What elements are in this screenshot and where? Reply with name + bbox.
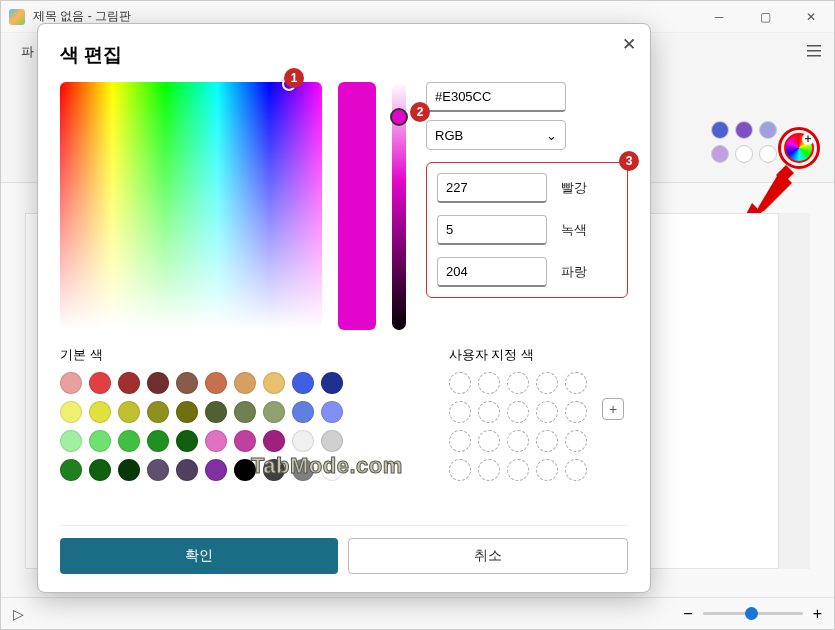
color-palette-preview [711, 121, 779, 165]
preview-swatch[interactable] [711, 121, 729, 139]
add-custom-color-button[interactable]: + [602, 398, 624, 420]
close-window-button[interactable]: ✕ [788, 1, 834, 33]
basic-color-swatch[interactable] [292, 430, 314, 452]
basic-color-swatch[interactable] [263, 372, 285, 394]
basic-color-swatch[interactable] [292, 401, 314, 423]
zoom-slider-thumb[interactable] [745, 607, 758, 620]
paint-app-icon [9, 9, 25, 25]
basic-color-swatch[interactable] [321, 430, 343, 452]
basic-color-swatch[interactable] [205, 372, 227, 394]
basic-color-swatch[interactable] [176, 430, 198, 452]
annotation-badge-3: 3 [619, 151, 639, 171]
basic-color-swatch[interactable] [147, 401, 169, 423]
basic-color-swatch[interactable] [89, 459, 111, 481]
custom-color-slot[interactable] [565, 372, 587, 394]
maximize-button[interactable]: ▢ [742, 1, 788, 33]
custom-color-slot[interactable] [565, 430, 587, 452]
custom-color-slot[interactable] [478, 459, 500, 481]
zoom-slider[interactable] [703, 612, 803, 615]
custom-color-slot[interactable] [449, 459, 471, 481]
basic-color-swatch[interactable] [234, 430, 256, 452]
ribbon-more-icon[interactable] [806, 43, 822, 63]
close-icon[interactable]: ✕ [622, 34, 636, 55]
basic-color-swatch[interactable] [147, 430, 169, 452]
basic-color-swatch[interactable] [147, 372, 169, 394]
zoom-in-button[interactable]: + [813, 605, 822, 623]
watermark: TabMode.com [251, 453, 403, 479]
custom-color-slot[interactable] [449, 372, 471, 394]
basic-color-swatch[interactable] [205, 401, 227, 423]
basic-color-swatch[interactable] [60, 430, 82, 452]
basic-color-swatch[interactable] [147, 459, 169, 481]
basic-color-swatch[interactable] [118, 372, 140, 394]
basic-color-swatch[interactable] [205, 459, 227, 481]
preview-swatch[interactable] [711, 145, 729, 163]
custom-color-slot[interactable] [536, 401, 558, 423]
zoom-control: − + [683, 605, 822, 623]
basic-color-swatch[interactable] [89, 372, 111, 394]
custom-color-slot[interactable] [507, 430, 529, 452]
custom-color-slot[interactable] [478, 372, 500, 394]
basic-color-swatch[interactable] [89, 401, 111, 423]
basic-color-swatch[interactable] [118, 430, 140, 452]
basic-color-swatch[interactable] [60, 459, 82, 481]
basic-color-swatch[interactable] [118, 401, 140, 423]
green-input[interactable] [437, 215, 547, 245]
red-input[interactable] [437, 173, 547, 203]
rgb-fields-group: 3 빨강 녹색 파랑 [426, 162, 628, 298]
basic-color-swatch[interactable] [234, 401, 256, 423]
annotation-badge-2: 2 [410, 102, 430, 122]
basic-color-swatch[interactable] [176, 372, 198, 394]
preview-swatch[interactable] [735, 121, 753, 139]
basic-color-swatch[interactable] [176, 401, 198, 423]
basic-color-swatch[interactable] [205, 430, 227, 452]
basic-color-swatch[interactable] [321, 372, 343, 394]
custom-color-slot[interactable] [507, 401, 529, 423]
minimize-button[interactable]: ─ [696, 1, 742, 33]
green-label: 녹색 [561, 221, 587, 239]
basic-color-swatch[interactable] [176, 459, 198, 481]
basic-color-swatch[interactable] [292, 372, 314, 394]
custom-colors-grid [449, 372, 628, 483]
custom-color-slot[interactable] [449, 430, 471, 452]
basic-color-swatch[interactable] [321, 401, 343, 423]
custom-color-slot[interactable] [507, 459, 529, 481]
blue-input[interactable] [437, 257, 547, 287]
basic-color-swatch[interactable] [263, 430, 285, 452]
basic-color-swatch[interactable] [89, 430, 111, 452]
preview-swatch[interactable] [759, 121, 777, 139]
dialog-title: 색 편집 [60, 42, 628, 68]
custom-color-slot[interactable] [536, 430, 558, 452]
basic-color-swatch[interactable] [234, 372, 256, 394]
custom-color-slot[interactable] [478, 430, 500, 452]
custom-color-slot[interactable] [536, 459, 558, 481]
status-bar: ▷ − + [1, 597, 834, 629]
color-model-label: RGB [435, 128, 463, 143]
preview-swatch[interactable] [735, 145, 753, 163]
lightness-thumb[interactable] [390, 108, 408, 126]
custom-color-slot[interactable] [478, 401, 500, 423]
ok-button[interactable]: 확인 [60, 538, 338, 574]
color-edit-dialog: ✕ 색 편집 1 2 RGB ⌄ 3 빨강 [37, 23, 651, 593]
custom-color-slot[interactable] [565, 459, 587, 481]
red-label: 빨강 [561, 179, 587, 197]
basic-color-swatch[interactable] [60, 401, 82, 423]
file-tab[interactable]: 파 [21, 43, 34, 61]
selected-color-bar [338, 82, 376, 330]
basic-color-swatch[interactable] [118, 459, 140, 481]
hex-input[interactable] [426, 82, 566, 112]
basic-color-swatch[interactable] [60, 372, 82, 394]
color-model-select[interactable]: RGB ⌄ [426, 120, 566, 150]
custom-color-slot[interactable] [449, 401, 471, 423]
hue-saturation-picker[interactable]: 1 [60, 82, 322, 330]
cancel-button[interactable]: 취소 [348, 538, 628, 574]
basic-color-swatch[interactable] [263, 401, 285, 423]
preview-swatch[interactable] [759, 145, 777, 163]
annotation-badge-1: 1 [284, 68, 304, 88]
svg-rect-0 [807, 45, 821, 47]
custom-color-slot[interactable] [536, 372, 558, 394]
zoom-out-button[interactable]: − [683, 605, 692, 623]
custom-color-slot[interactable] [565, 401, 587, 423]
cursor-position-icon: ▷ [13, 606, 24, 622]
custom-color-slot[interactable] [507, 372, 529, 394]
